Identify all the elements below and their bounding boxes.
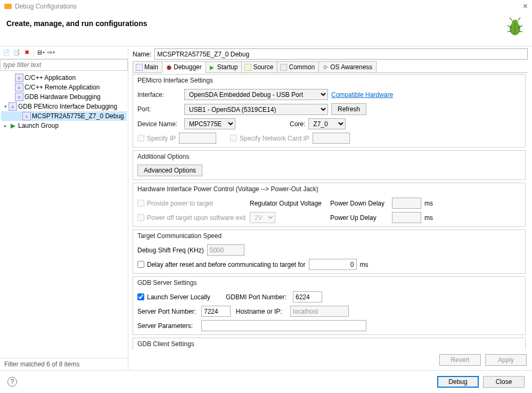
tab-bar: Main 🐞Debugger ▶Startup Source Common ⟳O… <box>133 61 528 73</box>
delay-check[interactable]: Delay after reset and before communicati… <box>137 261 306 268</box>
left-toolbar: 📄 📑 ✖ ⊟ ⇨ <box>0 46 128 59</box>
interface-label: Interface: <box>137 91 181 99</box>
new-config-icon[interactable]: 📄 <box>2 48 11 57</box>
page-title: Create, manage, and run configurations <box>6 19 148 28</box>
device-label: Device Name: <box>137 120 181 128</box>
name-label: Name: <box>133 51 151 58</box>
delay-input[interactable] <box>309 259 357 270</box>
tree-item-launch-group[interactable]: ▸▶Launch Group <box>1 121 127 130</box>
compatible-hardware-link[interactable]: Compatible Hardware <box>331 91 393 99</box>
window-close-button[interactable]: × <box>523 2 528 11</box>
pdd-label: Power Down Delay <box>330 200 389 207</box>
play-icon: ▶ <box>209 64 216 71</box>
voltage-select: 2V <box>250 212 275 223</box>
close-button[interactable]: Close <box>483 376 525 388</box>
window-titlebar: Debug Configurations × <box>0 0 532 13</box>
server-params-label: Server Parameters: <box>137 322 198 330</box>
gdbmi-port-input[interactable] <box>293 291 322 302</box>
server-title: GDB Server Settings <box>133 277 525 288</box>
ms-label-3: ms <box>360 261 369 268</box>
power-title: Hardware Interface Power Control (Voltag… <box>133 184 525 194</box>
client-title: GDB Client Settings <box>133 339 525 349</box>
tab-startup[interactable]: ▶Startup <box>206 61 242 73</box>
refresh-button[interactable]: Refresh <box>331 103 366 115</box>
os-icon: ⟳ <box>322 64 329 71</box>
name-input[interactable] <box>154 48 528 60</box>
core-select[interactable]: Z7_0 <box>308 118 346 129</box>
hostname-input <box>290 306 349 317</box>
provide-power-check: Provide power to target <box>137 200 247 207</box>
port-select[interactable]: USB1 - OpenSDA (5319CE14) <box>184 104 328 115</box>
tab-debugger[interactable]: 🐞Debugger <box>162 61 206 73</box>
ms-label-2: ms <box>424 214 433 222</box>
apply-button: Apply <box>485 354 527 366</box>
svg-line-7 <box>510 18 512 20</box>
freq-label: Debug Shift Freq (KHz) <box>137 247 204 254</box>
help-icon[interactable]: ? <box>7 377 17 387</box>
app-icon <box>4 4 12 9</box>
server-params-input[interactable] <box>201 320 366 331</box>
svg-line-8 <box>518 18 520 20</box>
regulator-label: Regulator Output Voltage <box>250 200 327 207</box>
speed-title: Target Communication Speed <box>133 231 525 241</box>
debug-button[interactable]: Debug <box>437 376 479 388</box>
revert-button: Revert <box>439 354 481 366</box>
duplicate-icon[interactable]: 📑 <box>12 48 21 57</box>
advanced-options-button[interactable]: Advanced Options <box>137 165 202 176</box>
pdd-input <box>392 198 421 209</box>
server-port-input[interactable] <box>201 306 231 317</box>
tree-item-mcsptr-debug[interactable]: cMCSPTR2A5775E_Z7_0 Debug <box>1 111 127 121</box>
additional-title: Additional Options <box>133 151 525 162</box>
pud-input <box>392 212 421 223</box>
specify-net-check: Specify Network Card IP <box>230 135 309 142</box>
tab-source[interactable]: Source <box>241 61 277 73</box>
filter-status: Filter matched 6 of 8 items <box>0 358 128 370</box>
tree-item-pemicro[interactable]: ▾cGDB PEMicro Interface Debugging <box>1 102 127 111</box>
specify-ip-input <box>179 133 216 144</box>
pemicro-group-title: PEMicro Interface Settings <box>133 75 525 86</box>
tree-item-gdb-hw[interactable]: cGDB Hardware Debugging <box>1 92 127 102</box>
ms-label: ms <box>424 200 433 207</box>
filter-input[interactable] <box>0 59 128 71</box>
device-select[interactable]: MPC5775E <box>184 118 235 129</box>
specify-net-input <box>313 133 350 144</box>
freq-input <box>207 244 244 256</box>
tab-os-awareness[interactable]: ⟳OS Awareness <box>318 61 377 73</box>
core-label: Core: <box>290 120 305 128</box>
launch-server-check[interactable]: Launch Server Locally <box>137 293 223 301</box>
config-tree[interactable]: cC/C++ Application cC/C++ Remote Applica… <box>0 71 128 358</box>
tab-main[interactable]: Main <box>133 61 162 73</box>
filter-icon[interactable]: ⇨ <box>47 48 55 57</box>
gdbmi-port-label: GDBMI Port Number: <box>226 293 290 301</box>
tree-item-cpp-remote[interactable]: cC/C++ Remote Application <box>1 83 127 92</box>
bug-icon: 🐞 <box>165 64 172 71</box>
delete-icon[interactable]: ✖ <box>22 48 31 57</box>
specify-ip-check: Specify IP <box>137 135 176 142</box>
tab-common[interactable]: Common <box>277 61 319 73</box>
port-label: Port: <box>137 105 181 113</box>
window-title: Debug Configurations <box>15 3 77 10</box>
tree-item-cpp-app[interactable]: cC/C++ Application <box>1 73 127 83</box>
hostname-label: Hostname or IP: <box>236 308 287 315</box>
poweroff-check: Power off target upon software exit <box>137 214 247 222</box>
server-port-label: Server Port Number: <box>137 308 198 315</box>
pud-label: Power Up Delay <box>330 214 389 222</box>
collapse-icon[interactable]: ⊟ <box>37 48 45 57</box>
interface-select[interactable]: OpenSDA Embedded Debug - USB Port <box>184 89 328 100</box>
bug-logo-icon <box>504 16 526 37</box>
